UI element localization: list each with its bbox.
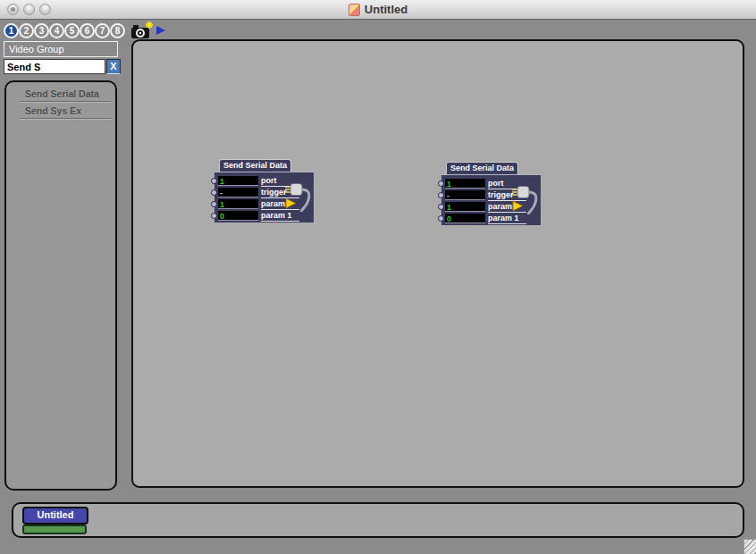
input-port-icon[interactable] — [438, 192, 444, 198]
resize-grip[interactable] — [743, 539, 756, 554]
input-label: param 1 — [488, 214, 526, 224]
window-title: Untitled — [365, 3, 407, 16]
input-value[interactable]: - — [218, 188, 258, 197]
input-label: port — [261, 176, 299, 187]
actor-input-row: 1port — [214, 175, 314, 187]
actor-title[interactable]: Send Serial Data — [446, 162, 518, 174]
input-label: trigger — [488, 190, 526, 201]
actor-node: Send Serial Data1port-trigger1params0par… — [441, 162, 541, 225]
toolbox-item[interactable]: Send Serial Data — [20, 86, 111, 102]
input-port-icon[interactable] — [438, 180, 444, 187]
actor-input-row: 0param 1 — [214, 210, 314, 222]
search-input[interactable] — [4, 59, 105, 74]
minimize-button[interactable] — [23, 4, 35, 15]
zoom-button[interactable] — [39, 4, 51, 15]
input-value[interactable]: 0 — [445, 214, 485, 223]
input-port-icon[interactable] — [438, 204, 444, 210]
scene-button-8[interactable]: 8 — [110, 23, 125, 38]
input-port-icon[interactable] — [211, 178, 217, 184]
input-value[interactable]: 1 — [445, 179, 485, 189]
scene-button-2[interactable]: 2 — [19, 23, 34, 38]
title-bar[interactable]: Untitled — [0, 0, 756, 20]
actor-input-row: 0param 1 — [441, 213, 541, 224]
input-value[interactable]: - — [445, 190, 485, 200]
actor-input-row: 1port — [441, 178, 541, 189]
scene-button-1[interactable]: 1 — [4, 23, 19, 38]
scene-button-5[interactable]: 5 — [64, 23, 80, 38]
input-label: params — [261, 199, 299, 210]
toolbox-item[interactable]: Send Sys Ex — [20, 103, 111, 119]
app-window: Untitled 12345678 Video Group — [0, 0, 756, 554]
input-label: trigger — [261, 188, 299, 198]
input-value[interactable]: 1 — [218, 199, 258, 209]
scene-button-3[interactable]: 3 — [34, 23, 49, 38]
camera-snapshot-icon[interactable] — [130, 21, 155, 40]
input-port-icon[interactable] — [211, 189, 217, 196]
actor-input-row: 1params — [214, 198, 314, 210]
scene-list-bar[interactable]: Untitled — [12, 502, 744, 538]
input-value[interactable]: 1 — [445, 202, 485, 212]
actor-body: 1port-trigger1params0param 1 — [214, 172, 314, 222]
play-icon[interactable] — [156, 26, 165, 35]
patch-canvas[interactable]: Send Serial Data1port-trigger1params0par… — [131, 39, 744, 488]
document-icon — [349, 4, 360, 16]
input-label: port — [488, 179, 526, 189]
actor-input-row: -trigger — [441, 189, 541, 201]
toolbox-search-row: X — [4, 59, 121, 74]
actor-body: 1port-trigger1params0param 1 — [441, 174, 541, 225]
toolbox-list: Send Serial DataSend Sys Ex — [4, 80, 117, 491]
input-port-icon[interactable] — [211, 213, 217, 219]
toolbar: 12345678 — [0, 21, 165, 39]
scene-button-7[interactable]: 7 — [95, 23, 110, 38]
clear-search-button[interactable]: X — [106, 59, 121, 74]
scene-button-4[interactable]: 4 — [49, 23, 64, 38]
scene-intensity-bar[interactable] — [22, 525, 87, 534]
input-value[interactable]: 0 — [218, 211, 258, 221]
close-button[interactable] — [7, 4, 19, 15]
input-port-icon[interactable] — [438, 215, 444, 222]
actor-input-row: 1params — [441, 201, 541, 213]
toolbox-group-selector[interactable]: Video Group — [4, 41, 118, 57]
scene-tab[interactable]: Untitled — [22, 507, 88, 525]
actor-node: Send Serial Data1port-trigger1params0par… — [214, 159, 314, 222]
input-label: param 1 — [261, 211, 299, 222]
input-label: params — [488, 202, 526, 213]
scene-button-6[interactable]: 6 — [80, 23, 95, 38]
actor-title[interactable]: Send Serial Data — [219, 159, 291, 172]
actor-input-row: -trigger — [214, 187, 314, 198]
traffic-lights — [7, 4, 51, 15]
input-value[interactable]: 1 — [218, 176, 258, 186]
input-port-icon[interactable] — [211, 201, 217, 207]
scene-buttons: 12345678 — [4, 23, 125, 38]
